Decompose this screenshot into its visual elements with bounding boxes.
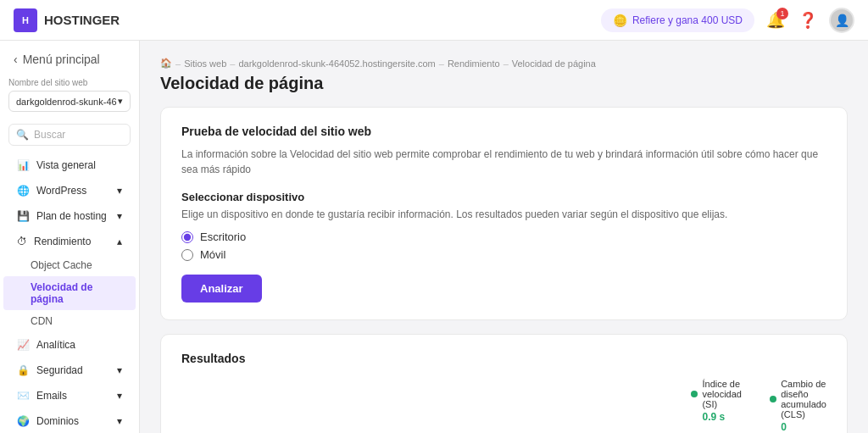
security-icon: 🔒 bbox=[17, 364, 30, 376]
chevron-icon: ▾ bbox=[117, 415, 122, 427]
breadcrumb: 🏠 – Sitios web – darkgoldenrod-skunk-464… bbox=[160, 58, 848, 69]
analytics-icon: 📈 bbox=[17, 339, 30, 351]
refer-button[interactable]: 🪙 Refiere y gana 400 USD bbox=[601, 8, 754, 32]
metric-si-label: Índice de velocidad (SI) bbox=[691, 379, 743, 409]
device-mobile-option[interactable]: Móvil bbox=[181, 248, 826, 261]
page-title: Velocidad de página bbox=[160, 74, 848, 93]
sidebar-item-label: Vista general bbox=[36, 159, 96, 171]
metric-cls-label: Cambio de diseño acumulado (CLS) bbox=[770, 379, 826, 419]
user-avatar[interactable]: 👤 bbox=[829, 8, 854, 33]
results-title: Resultados bbox=[181, 352, 826, 365]
speed-test-title: Prueba de velocidad del sitio web bbox=[181, 125, 826, 138]
device-desktop-option[interactable]: Escritorio bbox=[181, 230, 826, 243]
chevron-icon: ▾ bbox=[117, 210, 122, 222]
metric-si-dot bbox=[691, 391, 698, 397]
metric-cls: Cambio de diseño acumulado (CLS) 0 bbox=[770, 379, 826, 433]
sidebar-item-hosting[interactable]: 💾 Plan de hosting ▾ bbox=[3, 203, 136, 229]
chevron-icon: ▾ bbox=[117, 390, 122, 402]
notification-badge: 1 bbox=[776, 8, 788, 19]
breadcrumb-performance: Rendimiento bbox=[448, 58, 500, 69]
site-selector-wrapper: Nombre del sitio web darkgoldenrod-skunk… bbox=[0, 75, 139, 120]
mobile-label: Móvil bbox=[200, 248, 225, 261]
breadcrumb-sites: Sitios web bbox=[184, 58, 226, 69]
device-radio-group: Escritorio Móvil bbox=[181, 230, 826, 261]
score-donut: 100 bbox=[562, 430, 664, 433]
device-hint: Elige un dispositivo en donde te gustarí… bbox=[181, 208, 826, 220]
desktop-radio[interactable] bbox=[181, 231, 193, 243]
search-placeholder: Buscar bbox=[34, 129, 65, 141]
sidebar-item-wordpress[interactable]: 🌐 WordPress ▾ bbox=[3, 178, 136, 203]
sidebar-item-label: Dominios bbox=[36, 415, 79, 427]
topnav: H HOSTINGER 🪙 Refiere y gana 400 USD 🔔 1… bbox=[0, 0, 868, 41]
sidebar-item-label: Seguridad bbox=[36, 364, 83, 376]
topnav-actions: 🪙 Refiere y gana 400 USD 🔔 1 ❓ 👤 bbox=[601, 8, 854, 33]
coin-icon: 🪙 bbox=[613, 14, 627, 27]
sidebar-item-label: Plan de hosting bbox=[36, 210, 107, 222]
sidebar-item-label: Emails bbox=[36, 390, 67, 402]
logo-icon: H bbox=[14, 8, 37, 32]
back-label: Menú principal bbox=[23, 53, 100, 66]
site-selector-value: darkgoldenrod-skunk-46 bbox=[16, 97, 117, 107]
donut-svg bbox=[562, 430, 664, 433]
overview-icon: 📊 bbox=[17, 159, 30, 171]
emails-icon: ✉️ bbox=[17, 390, 30, 402]
breadcrumb-pagespeed: Velocidad de página bbox=[512, 58, 596, 69]
home-icon: 🏠 bbox=[160, 58, 172, 69]
back-button[interactable]: ‹ Menú principal bbox=[0, 41, 139, 75]
metric-si-value: 0.9 s bbox=[691, 411, 743, 423]
chevron-icon: ▾ bbox=[117, 185, 122, 197]
logo-text: HOSTINGER bbox=[44, 13, 120, 27]
sidebar: ‹ Menú principal Nombre del sitio web da… bbox=[0, 41, 140, 433]
page-header: 🏠 – Sitios web – darkgoldenrod-skunk-464… bbox=[160, 58, 848, 93]
speed-test-card: Prueba de velocidad del sitio web La inf… bbox=[160, 107, 848, 320]
sidebar-subitem-page-speed[interactable]: Velocidad de página bbox=[3, 276, 136, 310]
mobile-radio[interactable] bbox=[181, 249, 193, 261]
notifications-button[interactable]: 🔔 1 bbox=[765, 9, 787, 31]
chevron-up-icon: ▴ bbox=[117, 236, 122, 247]
breadcrumb-domain: darkgoldenrod-skunk-464052.hostingersite… bbox=[238, 58, 435, 69]
sidebar-item-label: Analítica bbox=[36, 339, 75, 351]
main-content: 🏠 – Sitios web – darkgoldenrod-skunk-464… bbox=[140, 41, 868, 433]
chevron-down-icon: ▾ bbox=[118, 96, 123, 107]
metric-cls-dot bbox=[770, 396, 776, 402]
sidebar-item-domains[interactable]: 🌍 Dominios ▾ bbox=[3, 408, 136, 433]
metrics-section: Índice de velocidad (SI) 0.9 s Cambio de… bbox=[691, 379, 826, 433]
search-box[interactable]: 🔍 Buscar bbox=[8, 124, 131, 146]
sidebar-subitem-object-cache[interactable]: Object Cache bbox=[3, 254, 136, 276]
site-selector-label: Nombre del sitio web bbox=[8, 78, 131, 87]
device-section-label: Seleccionar dispositivo bbox=[181, 191, 826, 203]
sidebar-item-analytics[interactable]: 📈 Analítica bbox=[3, 332, 136, 358]
results-card: Resultados Puntuación de rendimiento de … bbox=[160, 334, 848, 433]
site-selector[interactable]: darkgoldenrod-skunk-46 ▾ bbox=[8, 91, 131, 112]
sidebar-item-performance[interactable]: ⏱ Rendimiento ▴ bbox=[3, 229, 136, 254]
wordpress-icon: 🌐 bbox=[17, 185, 30, 197]
back-arrow-icon: ‹ bbox=[14, 53, 18, 66]
sidebar-item-emails[interactable]: ✉️ Emails ▾ bbox=[3, 383, 136, 408]
sidebar-subitem-cdn[interactable]: CDN bbox=[3, 310, 136, 332]
hosting-icon: 💾 bbox=[17, 210, 30, 222]
results-body: Puntuación de rendimiento de darkgoldenr… bbox=[181, 379, 826, 433]
sidebar-item-security[interactable]: 🔒 Seguridad ▾ bbox=[3, 358, 136, 383]
help-button[interactable]: ❓ bbox=[797, 9, 819, 31]
domains-icon: 🌍 bbox=[17, 415, 30, 427]
sidebar-item-label: WordPress bbox=[36, 185, 86, 197]
logo: H HOSTINGER bbox=[14, 8, 120, 32]
performance-icon: ⏱ bbox=[17, 236, 27, 247]
search-icon: 🔍 bbox=[16, 129, 29, 141]
speed-test-desc: La información sobre la Velocidad del si… bbox=[181, 147, 826, 177]
sidebar-item-label: Rendimiento bbox=[34, 236, 91, 247]
metric-cls-value: 0 bbox=[770, 421, 826, 433]
desktop-label: Escritorio bbox=[200, 230, 246, 243]
analyze-button[interactable]: Analizar bbox=[181, 275, 262, 303]
metric-si: Índice de velocidad (SI) 0.9 s bbox=[691, 379, 743, 433]
chevron-icon: ▾ bbox=[117, 364, 122, 376]
sidebar-item-overview[interactable]: 📊 Vista general bbox=[3, 153, 136, 178]
